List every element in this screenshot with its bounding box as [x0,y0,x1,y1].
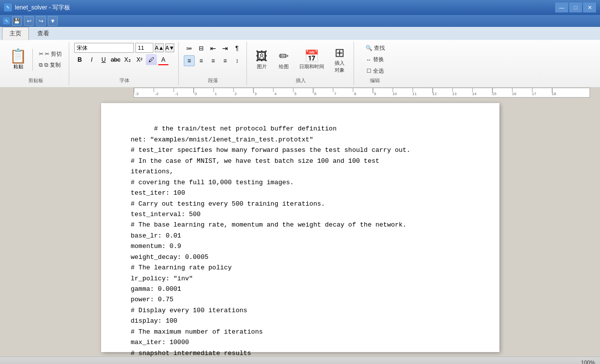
find-label: 查找 [374,44,385,52]
svg-text:4: 4 [274,92,277,96]
font-select-row: A▲ A▼ [74,43,174,53]
svg-text:13: 13 [452,92,457,96]
tab-home[interactable]: 主页 [2,27,29,40]
replace-button[interactable]: ↔ 替换 [363,54,387,65]
clipboard-divider [32,49,33,71]
font-color-button[interactable]: A [158,54,169,65]
font-name-input[interactable] [74,43,134,53]
cut-label: ✂ 剪切 [45,50,62,58]
paragraph-mark-button[interactable]: ¶ [232,43,242,54]
document-page[interactable]: # the train/test net protocol buffer def… [101,103,499,352]
align-left-button[interactable]: ≡ [184,55,195,66]
paste-button[interactable]: 📋 粘贴 [7,48,29,72]
tab-view[interactable]: 查看 [30,27,57,40]
copy-button[interactable]: ⧉ ⧉ 复制 [36,60,65,70]
indent-decrease-button[interactable]: ⇤ [208,43,219,54]
line-13: weight_decay: 0.0005 [131,253,209,261]
ruler-svg: -3 -2 -1 0 1 2 3 4 5 6 7 8 9 10 [134,88,590,97]
svg-text:1: 1 [215,92,217,96]
line-2: net: "examples/mnist/lenet_train_test.pr… [131,136,314,143]
align-right-button[interactable]: ≡ [208,55,219,66]
insert-group-label: 插入 [296,76,306,84]
close-button[interactable]: ✕ [583,2,596,12]
font-content: A▲ A▼ B I U abc X₂ X² 🖊 A [74,43,174,76]
status-bar: 100% [0,357,600,364]
line-14: # The learning rate policy [131,264,232,271]
selectall-icon: ☐ [366,68,371,74]
font-size-increase-button[interactable]: A▲ [155,43,164,52]
window-title: lenet_solver - 写字板 [15,3,555,12]
line-1: # the train/test net protocol buffer def… [154,125,337,132]
svg-text:11: 11 [412,92,417,96]
underline-button[interactable]: U [98,54,109,65]
ruler-container: -3 -2 -1 0 1 2 3 4 5 6 7 8 9 10 [0,87,600,98]
ruler-margin-right [590,87,600,98]
selectall-label: 全选 [373,67,384,75]
strikethrough-button[interactable]: abc [110,54,121,65]
superscript-button[interactable]: X² [134,54,145,65]
qa-dropdown-button[interactable]: ▼ [48,16,58,26]
insert-object-button[interactable]: ⊞ 插入对象 [330,44,350,76]
qa-redo-button[interactable]: ↪ [36,16,46,26]
ribbon-group-edit: 🔍 查找 ↔ 替换 ☐ 全选 编辑 [355,42,395,85]
svg-text:15: 15 [492,92,496,96]
line-3: # test_iter specifies how many forward p… [131,146,411,154]
object-icon: ⊞ [335,46,345,60]
list-bullet-button[interactable]: ≔ [184,43,195,54]
line-6: # covering the full 10,000 testing image… [131,179,294,186]
indent-increase-button[interactable]: ⇥ [220,43,231,54]
line-16: gamma: 0.0001 [131,285,181,293]
cut-icon: ✂ [39,51,43,57]
insert-image-button[interactable]: 🖼 图片 [252,47,272,72]
line-10: # The base learning rate, momentum and t… [131,221,407,229]
qa-save-button[interactable]: 💾 [12,16,22,26]
cut-copy-col: ✂ ✂ 剪切 ⧉ ⧉ 复制 [36,48,65,72]
selectall-button[interactable]: ☐ 全选 [363,66,387,76]
line-spacing-button[interactable]: ↕ [232,55,242,66]
find-icon: 🔍 [365,45,372,51]
line-8: # Carry out testing every 500 training i… [131,200,325,208]
draw-label: 绘图 [279,63,289,70]
find-button[interactable]: 🔍 查找 [362,43,388,53]
align-center-button[interactable]: ≡ [196,55,207,66]
draw-icon: ✏ [279,49,289,63]
window-controls: — □ ✕ [555,2,596,12]
align-justify-button[interactable]: ≡ [220,55,231,66]
insert-datetime-button[interactable]: 📅 日期和时间 [296,47,328,72]
insert-draw-button[interactable]: ✏ 绘图 [274,47,294,72]
datetime-icon: 📅 [304,49,319,63]
para-row2: ≡ ≡ ≡ ≡ ↕ [184,55,242,66]
document-area[interactable]: # the train/test net protocol buffer def… [0,98,600,357]
svg-text:5: 5 [294,92,297,96]
font-size-decrease-button[interactable]: A▼ [165,43,174,52]
svg-text:-1: -1 [175,92,179,96]
svg-text:10: 10 [392,92,397,96]
line-21: max_iter: 10000 [131,339,189,346]
list-number-button[interactable]: ⊟ [196,43,207,54]
ribbon-tabs: 主页 查看 [0,27,600,40]
italic-button[interactable]: I [86,54,97,65]
ribbon-group-insert: 🖼 图片 ✏ 绘图 📅 日期和时间 ⊞ 插入对象 插入 [248,42,354,85]
maximize-button[interactable]: □ [569,2,582,12]
subscript-button[interactable]: X₂ [122,54,133,65]
line-17: power: 0.75 [131,296,174,303]
edit-content: 🔍 查找 ↔ 替换 ☐ 全选 [362,43,388,76]
qa-undo-button[interactable]: ↩ [24,16,34,26]
svg-text:0: 0 [195,92,197,96]
line-12: momentum: 0.9 [131,243,181,250]
svg-text:3: 3 [254,92,257,96]
minimize-button[interactable]: — [555,2,568,12]
copy-label: ⧉ 复制 [44,61,61,69]
line-20: # The maximum number of iterations [131,328,263,336]
svg-text:14: 14 [472,92,477,96]
svg-text:17: 17 [532,92,536,96]
line-18: # Display every 100 iterations [131,307,247,314]
font-size-input[interactable] [135,43,153,53]
line-7: test_iter: 100 [131,189,185,197]
cut-button[interactable]: ✂ ✂ 剪切 [36,49,65,59]
bold-button[interactable]: B [74,54,85,65]
highlight-button[interactable]: 🖊 [146,54,157,65]
line-22: # snapshot intermediate results [131,350,251,357]
image-icon: 🖼 [256,49,268,63]
font-group-label: 字体 [120,76,129,84]
